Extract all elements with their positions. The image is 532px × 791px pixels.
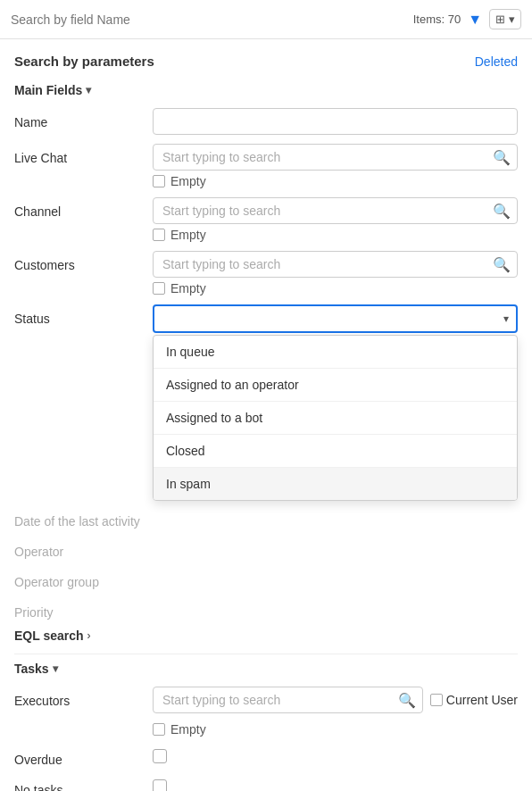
- executors-empty-checkbox[interactable]: [153, 723, 165, 736]
- channel-row: Channel 🔍 Empty: [14, 197, 518, 242]
- items-count: Items: 70: [413, 12, 461, 26]
- eql-row[interactable]: EQL search ›: [14, 629, 518, 643]
- status-option-assigned-operator[interactable]: Assigned to an operator: [154, 369, 517, 402]
- live-chat-empty-row: Empty: [153, 174, 518, 188]
- status-option-assigned-bot[interactable]: Assigned to a bot: [154, 402, 517, 435]
- live-chat-search-wrap: 🔍: [153, 144, 518, 171]
- field-name-search-input[interactable]: [11, 12, 413, 27]
- date-last-activity-label: Date of the last activity: [14, 507, 153, 529]
- tasks-section: Tasks ▾ Executors 🔍 Current User: [14, 662, 518, 791]
- top-bar: Items: 70 ▼ ⊞ ▾: [0, 0, 532, 39]
- header-row: Search by parameters Deleted: [14, 54, 518, 69]
- overdue-checkbox[interactable]: [153, 749, 167, 763]
- no-tasks-label: No tasks: [14, 776, 153, 791]
- main-content: Search by parameters Deleted Main Fields…: [0, 39, 532, 791]
- overdue-row: Overdue: [14, 745, 518, 767]
- channel-control: 🔍 Empty: [153, 197, 518, 242]
- live-chat-empty-label: Empty: [170, 174, 206, 188]
- operator-group-row: Operator group: [14, 568, 518, 589]
- channel-empty-checkbox[interactable]: [153, 229, 165, 241]
- operator-label: Operator: [14, 537, 153, 559]
- executors-search-wrap: 🔍: [153, 687, 423, 713]
- executors-empty-label: Empty: [170, 722, 206, 737]
- live-chat-empty-checkbox[interactable]: [153, 175, 165, 187]
- live-chat-control: 🔍 Empty: [153, 144, 518, 188]
- grid-icon: ⊞: [495, 12, 505, 26]
- page-title: Search by parameters: [14, 54, 154, 69]
- tasks-section-title[interactable]: Tasks ▾: [14, 662, 518, 676]
- executors-empty-row: Empty: [14, 722, 518, 737]
- filter-icon[interactable]: ▼: [468, 12, 482, 28]
- chevron-down-icon: ▾: [509, 12, 515, 26]
- overdue-label: Overdue: [14, 745, 153, 767]
- status-option-closed[interactable]: Closed: [154, 435, 517, 468]
- channel-empty-label: Empty: [170, 228, 206, 242]
- executors-row: Executors 🔍 Current User: [14, 687, 518, 713]
- status-row: Status ▾ In queue Assigned to an operato…: [14, 304, 518, 333]
- status-dropdown-list: In queue Assigned to an operator Assigne…: [153, 335, 518, 501]
- date-last-activity-row: Date of the last activity: [14, 507, 518, 529]
- view-switcher[interactable]: ⊞ ▾: [489, 9, 521, 29]
- executors-control: 🔍 Current User: [153, 687, 518, 713]
- main-fields-chevron: ▾: [86, 84, 91, 96]
- tasks-chevron: ▾: [53, 662, 58, 675]
- status-control: ▾ In queue Assigned to an operator Assig…: [153, 304, 518, 333]
- customers-input[interactable]: [153, 251, 518, 278]
- priority-label: Priority: [14, 598, 153, 620]
- name-input[interactable]: [153, 108, 518, 135]
- executors-input[interactable]: [153, 687, 423, 713]
- executors-empty-spacer: [14, 722, 153, 729]
- eql-expand-icon: ›: [87, 629, 91, 642]
- customers-row: Customers 🔍 Empty: [14, 251, 518, 296]
- priority-row: Priority: [14, 598, 518, 620]
- channel-input[interactable]: [153, 197, 518, 224]
- customers-search-wrap: 🔍: [153, 251, 518, 278]
- customers-empty-row: Empty: [153, 281, 518, 296]
- no-tasks-checkbox[interactable]: [153, 779, 167, 791]
- main-fields-label: Main Fields: [14, 83, 82, 97]
- divider-1: [14, 654, 518, 654]
- executors-label: Executors: [14, 687, 153, 708]
- current-user-label: Current User: [446, 693, 518, 707]
- customers-label: Customers: [14, 251, 153, 272]
- no-tasks-row: No tasks: [14, 776, 518, 791]
- customers-empty-label: Empty: [170, 281, 206, 296]
- customers-empty-checkbox[interactable]: [153, 282, 165, 295]
- executors-empty-check-row: Empty: [153, 722, 206, 737]
- main-fields-section-title[interactable]: Main Fields ▾: [14, 83, 518, 97]
- status-option-in-spam[interactable]: In spam: [154, 468, 517, 500]
- top-bar-right: Items: 70 ▼ ⊞ ▾: [413, 9, 521, 29]
- name-label: Name: [14, 108, 153, 129]
- channel-label: Channel: [14, 197, 153, 219]
- deleted-link[interactable]: Deleted: [475, 54, 518, 69]
- name-control: [153, 108, 518, 135]
- operator-group-label: Operator group: [14, 568, 153, 589]
- tasks-label: Tasks: [14, 662, 49, 676]
- channel-empty-row: Empty: [153, 228, 518, 242]
- live-chat-row: Live Chat 🔍 Empty: [14, 144, 518, 188]
- status-label: Status: [14, 304, 153, 326]
- name-row: Name: [14, 108, 518, 135]
- current-user-checkbox[interactable]: [430, 694, 443, 706]
- customers-control: 🔍 Empty: [153, 251, 518, 296]
- status-option-in-queue[interactable]: In queue: [154, 336, 517, 369]
- status-input[interactable]: [153, 304, 518, 333]
- operator-row: Operator: [14, 537, 518, 559]
- live-chat-input[interactable]: [153, 144, 518, 171]
- status-dropdown-wrap: ▾ In queue Assigned to an operator Assig…: [153, 304, 518, 333]
- channel-search-wrap: 🔍: [153, 197, 518, 224]
- eql-label: EQL search: [14, 629, 84, 643]
- live-chat-label: Live Chat: [14, 144, 153, 165]
- current-user-wrap: Current User: [430, 693, 518, 707]
